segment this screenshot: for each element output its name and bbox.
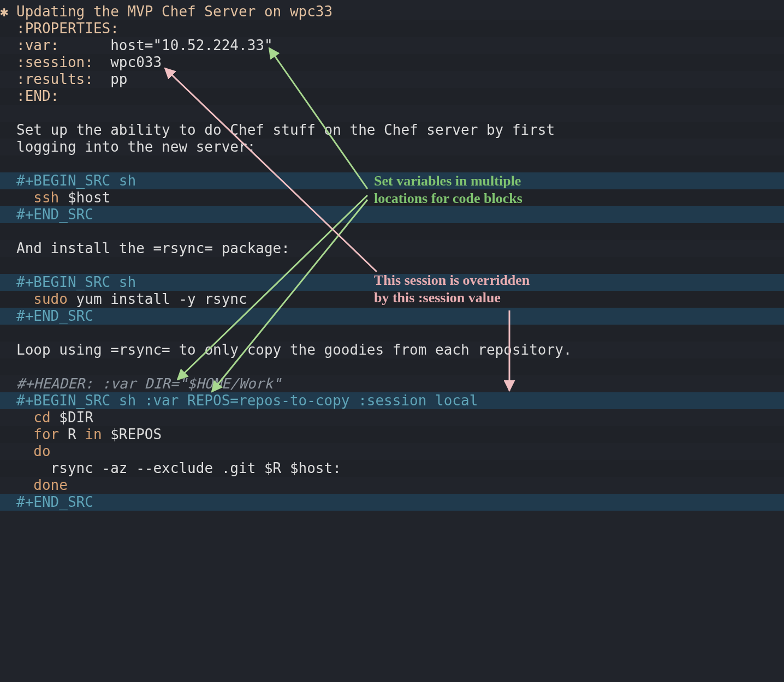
prop-var-key: :var: (16, 37, 59, 53)
para3-code: =rsync= (110, 342, 170, 358)
annot1-line1: Set variables in multiple (374, 172, 522, 190)
block3-l4-text: rsync -az --exclude .git $R $host: (33, 460, 341, 476)
prop-session-key: :session: (16, 54, 93, 70)
heading-line: ✱Updating the MVP Chef Server on wpc33 (0, 3, 784, 20)
properties-open: :PROPERTIES: (16, 20, 119, 37)
block2-fn: sudo (33, 291, 68, 307)
blank-line (0, 325, 784, 342)
heading-bullet: ✱ (0, 3, 16, 20)
block3-l2-in: in (85, 426, 102, 442)
para2-b: package: (213, 240, 290, 256)
header-line: #+HEADER: :var DIR="$HOME/Work" (0, 375, 784, 392)
block1-fn: ssh (33, 189, 59, 206)
para1-line2: logging into the new server: (0, 139, 784, 155)
block3-end-text: #+END_SRC (16, 494, 93, 510)
para3-a: Loop using (16, 342, 110, 358)
header-text: #+HEADER: :var DIR="$HOME/Work" (16, 375, 281, 392)
properties-open-line: :PROPERTIES: (0, 20, 784, 37)
editor-viewport: ✱Updating the MVP Chef Server on wpc33 :… (0, 0, 784, 682)
prop-var-line: :var: host="10.52.224.33" (0, 37, 784, 54)
block3-l2-mid: R (59, 426, 85, 442)
para1-text1: Set up the ability to do Chef stuff on t… (16, 122, 555, 138)
block2-begin-text: #+BEGIN_SRC sh (16, 274, 136, 290)
block3-l2-rest: $REPOS (102, 426, 162, 442)
para3-b: to only copy the goodies from each repos… (170, 342, 572, 358)
para2-line: And install the =rsync= package: (0, 240, 784, 257)
block2-end: #+END_SRC (0, 308, 784, 325)
block3-l2: for R in $REPOS (0, 426, 784, 443)
prop-var-value: host="10.52.224.33" (110, 37, 272, 53)
block3-begin-text: #+BEGIN_SRC sh :var REPOS=repos-to-copy … (16, 392, 478, 409)
blank-line (0, 155, 784, 172)
block1-end-text: #+END_SRC (16, 206, 93, 223)
block3-l1-fn: cd (33, 409, 50, 426)
para1-line1: Set up the ability to do Chef stuff on t… (0, 122, 784, 139)
prop-results-key: :results: (16, 71, 93, 87)
block3-l1-rest: $DIR (51, 409, 93, 426)
prop-session-value: wpc033 (110, 54, 162, 70)
block1-begin-text: #+BEGIN_SRC sh (16, 172, 136, 189)
block3-l3-do: do (33, 443, 50, 459)
heading-title: Updating the MVP Chef Server on wpc33 (16, 3, 332, 20)
annotation-variables: Set variables in multiple locations for … (374, 172, 522, 207)
block3-begin: #+BEGIN_SRC sh :var REPOS=repos-to-copy … (0, 392, 784, 409)
annot2-line2: by this :session value (374, 289, 530, 307)
block3-l5-done: done (33, 477, 68, 493)
block2-end-text: #+END_SRC (16, 308, 93, 324)
properties-end-line: :END: (0, 88, 784, 105)
annot2-line1: This session is overridden (374, 272, 530, 289)
para2-code: =rsync= (153, 240, 213, 256)
block3-l1: cd $DIR (0, 409, 784, 426)
block1-rest: $host (59, 189, 110, 206)
block3-l2-for: for (33, 426, 59, 442)
block3-l3: do (0, 443, 784, 460)
properties-end: :END: (16, 88, 59, 104)
para1-text2: logging into the new server: (16, 139, 256, 155)
annotation-session: This session is overridden by this :sess… (374, 272, 530, 307)
block3-l5: done (0, 477, 784, 494)
block2-rest: yum install -y rsync (68, 291, 247, 307)
prop-session-line: :session: wpc033 (0, 54, 784, 71)
block3-l4: rsync -az --exclude .git $R $host: (0, 460, 784, 477)
prop-results-line: :results: pp (0, 71, 784, 88)
blank-line (0, 223, 784, 240)
annot1-line2: locations for code blocks (374, 190, 522, 207)
para3-line: Loop using =rsync= to only copy the good… (0, 342, 784, 358)
block1-end: #+END_SRC (0, 206, 784, 223)
prop-results-value: pp (110, 71, 127, 87)
blank-line (0, 105, 784, 122)
block3-end: #+END_SRC (0, 494, 784, 511)
blank-line (0, 358, 784, 375)
para2-a: And install the (16, 240, 153, 256)
